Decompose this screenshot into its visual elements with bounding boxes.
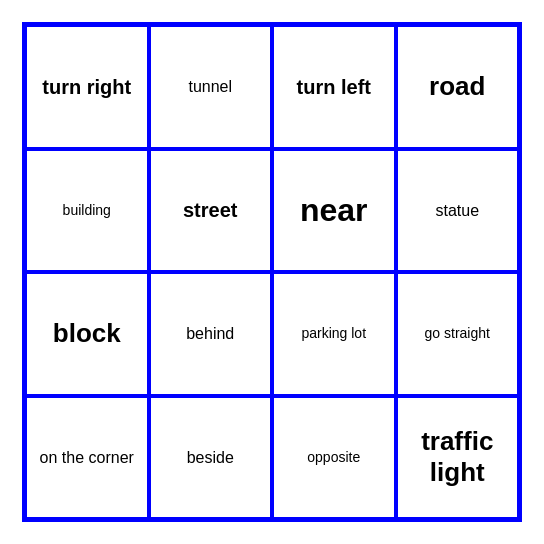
cell-r3c0: on the corner <box>25 396 149 520</box>
cell-text-r3c0: on the corner <box>40 448 134 467</box>
cell-text-r3c1: beside <box>187 448 234 467</box>
cell-r3c1: beside <box>149 396 273 520</box>
cell-r0c1: tunnel <box>149 25 273 149</box>
cell-r1c0: building <box>25 149 149 273</box>
cell-text-r1c1: street <box>183 198 237 222</box>
cell-text-r1c0: building <box>63 202 111 219</box>
cell-text-r0c3: road <box>429 71 485 102</box>
cell-text-r2c2: parking lot <box>301 325 366 342</box>
cell-text-r1c2: near <box>300 191 368 229</box>
cell-r3c2: opposite <box>272 396 396 520</box>
cell-r3c3: traffic light <box>396 396 520 520</box>
bingo-board: turn righttunnelturn leftroadbuildingstr… <box>22 22 522 522</box>
cell-r2c0: block <box>25 272 149 396</box>
cell-r0c0: turn right <box>25 25 149 149</box>
cell-text-r1c3: statue <box>435 201 479 220</box>
cell-r2c1: behind <box>149 272 273 396</box>
cell-text-r2c0: block <box>53 318 121 349</box>
cell-r0c3: road <box>396 25 520 149</box>
cell-r1c2: near <box>272 149 396 273</box>
cell-text-r0c1: tunnel <box>188 77 232 96</box>
cell-r1c3: statue <box>396 149 520 273</box>
cell-text-r3c3: traffic light <box>404 426 512 488</box>
cell-r1c1: street <box>149 149 273 273</box>
cell-r2c2: parking lot <box>272 272 396 396</box>
cell-r2c3: go straight <box>396 272 520 396</box>
cell-r0c2: turn left <box>272 25 396 149</box>
cell-text-r0c0: turn right <box>42 75 131 99</box>
cell-text-r2c3: go straight <box>425 325 490 342</box>
cell-text-r0c2: turn left <box>297 75 371 99</box>
cell-text-r3c2: opposite <box>307 449 360 466</box>
cell-text-r2c1: behind <box>186 324 234 343</box>
